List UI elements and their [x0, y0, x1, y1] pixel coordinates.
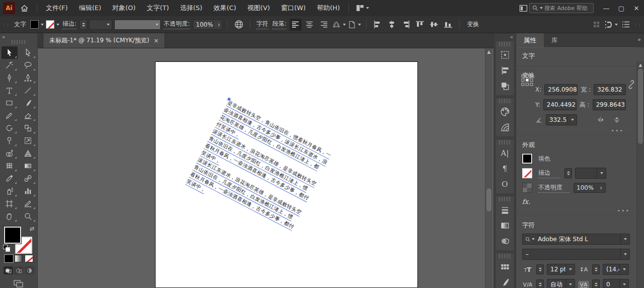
stroke-color-picker[interactable] [46, 20, 59, 29]
stroke-weight-dropdown[interactable] [89, 20, 112, 30]
arrange-documents-icon[interactable] [517, 2, 529, 14]
align-panel[interactable] [496, 62, 514, 78]
tab-properties[interactable]: 属性 [516, 33, 544, 47]
gradient-mode-button[interactable] [15, 255, 23, 262]
constrain-proportions-icon[interactable] [627, 80, 636, 89]
free-transform-tool[interactable] [20, 134, 36, 147]
paragraph-link[interactable]: 段落: [272, 20, 287, 29]
home-icon[interactable] [20, 4, 29, 13]
dock-group-grip[interactable]: ‖‖‖‖‖ [496, 140, 514, 145]
dock-group-grip[interactable]: ‖‖‖‖‖ [496, 99, 514, 104]
rotate-tool[interactable] [2, 122, 18, 134]
panel-grip[interactable]: ⋮⋮ [634, 23, 642, 26]
rectangle-tool[interactable] [2, 97, 18, 109]
leading-select[interactable]: (14.4 p [603, 264, 629, 275]
shape-builder-tool[interactable] [2, 147, 18, 160]
close-button[interactable]: ✕ [629, 0, 644, 16]
expand-panels-icon[interactable]: « [510, 34, 513, 40]
document-setup-dropdown[interactable] [348, 21, 361, 29]
pen-tool[interactable] [2, 71, 18, 84]
scroll-up-arrow[interactable]: ▲ [637, 62, 644, 67]
search-adobe-help[interactable]: 搜索 Adobe 帮助 [529, 3, 594, 13]
menu-item-7[interactable]: 窗口(W) [275, 0, 311, 16]
align-right-paragraph-button[interactable] [318, 19, 330, 31]
dock-group-grip[interactable]: ‖‖‖‖‖ [496, 254, 514, 259]
kerning-stepper[interactable] [536, 279, 544, 288]
default-fill-stroke-icon[interactable] [3, 245, 10, 252]
dock-group-grip[interactable]: ‖‖‖‖‖ [496, 197, 514, 202]
line-tool[interactable] [20, 84, 36, 97]
font-size-stepper[interactable] [536, 264, 544, 274]
type-tool[interactable] [2, 84, 18, 97]
font-style-select[interactable]: – [522, 249, 630, 260]
gradient-tool[interactable] [20, 160, 36, 172]
slice-tool[interactable] [20, 197, 36, 210]
menu-item-3[interactable]: 文字(T) [141, 0, 174, 16]
opacity-label[interactable]: 不透明度 [538, 183, 569, 193]
envelope-distort-dropdown[interactable] [332, 21, 346, 29]
menu-item-8[interactable]: 帮助(H) [311, 0, 345, 16]
puppet-warp-tool[interactable] [2, 134, 18, 147]
leading-stepper[interactable] [592, 264, 600, 274]
menu-item-0[interactable]: 文件(F) [40, 0, 74, 16]
align-horizontal-center-button[interactable] [386, 19, 398, 31]
rotation-select[interactable]: 332.5 [546, 114, 577, 125]
fx-button[interactable]: fx. [522, 198, 630, 205]
swap-fill-stroke-icon[interactable]: ⇄ [30, 226, 34, 232]
kerning-select[interactable]: 自动 [547, 279, 575, 288]
align-vertical-center-button[interactable] [428, 19, 440, 31]
align-center-paragraph-button[interactable] [304, 19, 316, 31]
transform-more-options[interactable]: ••• [535, 127, 624, 134]
tab-libraries[interactable]: 库 [544, 33, 565, 47]
properties-scrollbar[interactable]: ▲ [636, 61, 644, 288]
selection-tool[interactable] [2, 46, 18, 59]
symbol-sprayer-tool[interactable] [2, 185, 18, 197]
y-input[interactable]: 240.4492 [543, 99, 577, 110]
width-profile-dropdown[interactable] [114, 20, 161, 30]
column-graph-tool[interactable] [20, 185, 36, 197]
lasso-tool[interactable] [20, 59, 36, 71]
maximize-button[interactable]: ▢ [614, 0, 629, 16]
transform-panel[interactable] [496, 47, 514, 62]
height-input[interactable]: 299.8643 [593, 99, 626, 110]
close-tab-icon[interactable]: × [154, 37, 159, 44]
paintbrush-tool[interactable] [20, 97, 36, 109]
collapse-panel-icon[interactable]: » [637, 36, 641, 43]
stroke-panel[interactable] [496, 202, 514, 218]
stroke-weight-stepper[interactable] [564, 168, 572, 178]
stroke-link[interactable]: 描边: [62, 20, 77, 29]
align-horizontal-left-button[interactable] [372, 19, 384, 31]
opacity-expander[interactable]: › [213, 21, 222, 28]
tracking-select[interactable]: 0 [603, 279, 629, 288]
menu-item-5[interactable]: 效果(C) [208, 0, 242, 16]
align-vertical-top-button[interactable] [414, 19, 426, 31]
fill-color-swatch[interactable] [522, 154, 532, 164]
appearance-more-options[interactable]: ••• [522, 207, 630, 214]
canvas-vertical-scrollbar[interactable]: ▲ [485, 48, 492, 288]
tools-grip[interactable]: ‖‖‖‖‖‖ [0, 40, 37, 45]
stroke-weight-select[interactable] [575, 168, 606, 179]
opacity-link[interactable]: 不透明度: [164, 20, 190, 29]
flip-horizontal-icon[interactable] [597, 116, 605, 123]
align-horizontal-right-button[interactable] [400, 19, 412, 31]
recolor-artwork-icon[interactable] [233, 19, 245, 31]
scale-tool[interactable] [20, 122, 36, 134]
character-link[interactable]: 字符 [256, 20, 268, 29]
brushes-panel[interactable] [496, 274, 514, 288]
fill-swatch[interactable] [4, 227, 21, 244]
opentype-panel[interactable]: O [496, 176, 514, 192]
menu-item-4[interactable]: 选择(S) [174, 0, 207, 16]
canvas[interactable]: 是非成败转头空，青山依旧在，惯看秋月春风，一壶浊酒喜相逢，古今多少事，滚滚长江东… [38, 48, 493, 288]
collapse-tools-icon[interactable]: « [2, 34, 5, 40]
reference-point-locator[interactable] [521, 74, 533, 86]
gradient-panel[interactable] [496, 218, 514, 233]
opacity-input[interactable]: 100% › [574, 183, 606, 193]
tracking-stepper[interactable] [592, 279, 600, 288]
direct-selection-tool[interactable] [20, 46, 36, 59]
none-mode-button[interactable] [25, 255, 33, 262]
perspective-grid-tool[interactable] [20, 147, 36, 160]
font-family-select[interactable]: Adobe 宋体 Std L [522, 234, 630, 245]
transparency-panel[interactable] [496, 233, 514, 249]
dock-group-grip[interactable]: ‖‖‖‖‖ [496, 42, 514, 47]
fill-color-picker[interactable] [30, 20, 44, 29]
